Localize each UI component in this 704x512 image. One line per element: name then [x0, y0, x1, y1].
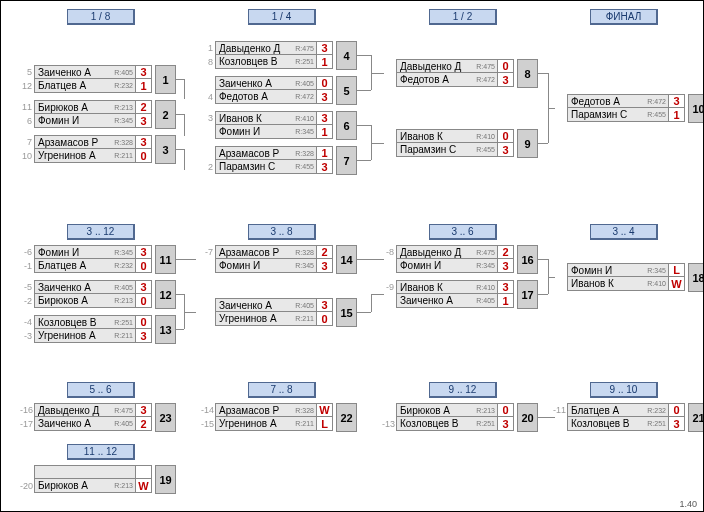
match-number: 12 — [155, 280, 176, 309]
seed — [382, 294, 396, 308]
seed: -4 — [20, 315, 34, 329]
player-row: Фомин ИR:345 — [567, 263, 669, 277]
seed: 1 — [201, 41, 215, 55]
seed — [553, 277, 567, 291]
seed: -17 — [20, 417, 34, 431]
score — [136, 465, 152, 479]
seed — [201, 298, 215, 312]
round-header: 5 .. 6 — [67, 382, 135, 398]
match-number: 9 — [517, 129, 538, 158]
match-number: 22 — [336, 403, 357, 432]
seed — [553, 94, 567, 108]
round-header: ФИНАЛ — [590, 9, 658, 25]
match-4: 18Давыденко ДR:475Козловцев ВR:251314 — [201, 41, 357, 70]
round-header: 3 .. 12 — [67, 224, 135, 240]
score: 0 — [136, 315, 152, 329]
score: 3 — [136, 135, 152, 149]
match-18: Фомин ИR:345Иванов КR:410LW18 — [553, 263, 704, 292]
seed — [20, 465, 34, 479]
match-number: 10 — [688, 94, 704, 123]
seed — [382, 59, 396, 73]
score: L — [669, 263, 685, 277]
seed — [553, 108, 567, 122]
seed: -5 — [20, 280, 34, 294]
player-row: Давыденко ДR:475 — [396, 59, 498, 73]
match-12: -5-2Заиченко АR:405Бирюков АR:2133012 — [20, 280, 176, 309]
score: 3 — [136, 65, 152, 79]
match-number: 23 — [155, 403, 176, 432]
match-14: -7Арзамасов РR:328Фомин ИR:3452314 — [201, 245, 357, 274]
player-row: Угренинов АR:211 — [215, 312, 317, 326]
score: 3 — [317, 41, 333, 55]
round-header: 1 / 2 — [429, 9, 497, 25]
player-row: Блатцев АR:232 — [34, 259, 136, 273]
seed: 10 — [20, 149, 34, 163]
match-1: 512Заиченко АR:405Блатцев АR:232311 — [20, 65, 176, 94]
seed: -13 — [382, 417, 396, 431]
match-17: -9Иванов КR:410Заиченко АR:4053117 — [382, 280, 538, 309]
match-number: 15 — [336, 298, 357, 327]
score: 3 — [498, 143, 514, 157]
match-16: -8Давыденко ДR:475Фомин ИR:3452316 — [382, 245, 538, 274]
score: 0 — [498, 59, 514, 73]
player-row: Иванов КR:410 — [396, 280, 498, 294]
seed: 5 — [20, 65, 34, 79]
player-row: Фомин ИR:345 — [34, 114, 136, 128]
player-row: Арзамасов РR:328 — [215, 245, 317, 259]
match-8: Давыденко ДR:475Федотов АR:472038 — [382, 59, 538, 88]
score: 3 — [317, 111, 333, 125]
score: 0 — [136, 259, 152, 273]
match-21: -11Блатцев АR:232Козловцев ВR:2510321 — [553, 403, 704, 432]
score: 3 — [136, 245, 152, 259]
score: 1 — [317, 125, 333, 139]
score: 2 — [317, 245, 333, 259]
seed — [553, 417, 567, 431]
player-row: Давыденко ДR:475 — [396, 245, 498, 259]
player-row: Заиченко АR:405 — [396, 294, 498, 308]
match-22: -14-15Арзамасов РR:328Угренинов АR:211WL… — [201, 403, 357, 432]
seed: 2 — [201, 160, 215, 174]
seed — [201, 76, 215, 90]
score: 3 — [669, 417, 685, 431]
score: 0 — [136, 294, 152, 308]
match-number: 17 — [517, 280, 538, 309]
score: 3 — [498, 417, 514, 431]
score: 1 — [498, 294, 514, 308]
round-header: 7 .. 8 — [248, 382, 316, 398]
seed: -9 — [382, 280, 396, 294]
player-row: Заиченко АR:405 — [215, 298, 317, 312]
score: 1 — [317, 55, 333, 69]
score: 0 — [498, 129, 514, 143]
score: 3 — [498, 73, 514, 87]
player-row: Блатцев АR:232 — [567, 403, 669, 417]
score: 3 — [317, 90, 333, 104]
match-number: 4 — [336, 41, 357, 70]
player-row: Заиченко АR:405 — [34, 280, 136, 294]
score: W — [669, 277, 685, 291]
player-row: Угренинов АR:211 — [34, 149, 136, 163]
match-6: 3Иванов КR:410Фомин ИR:345316 — [201, 111, 357, 140]
match-19: -20Бирюков АR:213W19 — [20, 465, 176, 494]
player-row: Фомин ИR:345 — [215, 125, 317, 139]
score: 2 — [136, 100, 152, 114]
score: 0 — [317, 76, 333, 90]
score: L — [317, 417, 333, 431]
match-9: Иванов КR:410Парамзин СR:455039 — [382, 129, 538, 158]
score: 3 — [669, 94, 685, 108]
match-15: Заиченко АR:405Угренинов АR:2113015 — [201, 298, 357, 327]
player-row: Заиченко АR:405 — [215, 76, 317, 90]
round-header: 11 .. 12 — [67, 444, 135, 460]
round-header: 9 .. 10 — [590, 382, 658, 398]
seed: 6 — [20, 114, 34, 128]
score: 3 — [317, 298, 333, 312]
seed — [382, 403, 396, 417]
match-23: -16-17Давыденко ДR:475Заиченко АR:405322… — [20, 403, 176, 432]
player-row: Фомин ИR:345 — [215, 259, 317, 273]
match-number: 18 — [688, 263, 704, 292]
match-20: -13Бирюков АR:213Козловцев ВR:2510320 — [382, 403, 538, 432]
seed: 4 — [201, 90, 215, 104]
score: 1 — [317, 146, 333, 160]
player-row: Федотов АR:472 — [567, 94, 669, 108]
player-row: Парамзин СR:455 — [215, 160, 317, 174]
seed: 8 — [201, 55, 215, 69]
